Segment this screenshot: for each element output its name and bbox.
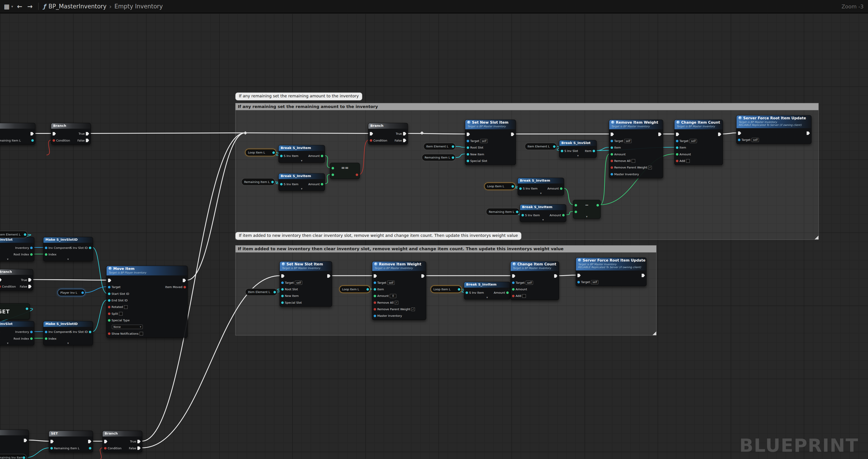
player-inv-l-output-pin[interactable] — [81, 291, 84, 294]
expand-chevron-icon[interactable]: ▾ — [0, 257, 34, 261]
checkbox[interactable] — [686, 159, 690, 162]
break-invslot-c[interactable]: Break S_InvSlotS Inv SlotItem▾ — [559, 140, 597, 158]
exec-pin[interactable] — [108, 278, 112, 282]
int-pin[interactable] — [332, 174, 334, 176]
pill-remaining-item-3[interactable]: Remaining Item L — [486, 208, 520, 215]
exec-pin[interactable] — [53, 132, 56, 135]
expand-chevron-icon[interactable]: ▾ — [520, 218, 566, 222]
expand-chevron-icon[interactable]: ▾ — [279, 187, 325, 191]
bool-pin[interactable] — [356, 174, 358, 176]
target-pin[interactable] — [467, 140, 469, 142]
struct-pin[interactable] — [89, 447, 91, 449]
set-remaining-top[interactable]: SETRemaining Item L — [0, 123, 35, 145]
break-invitem-3[interactable]: Break S_InvItemS Inv ItemAmount▾ — [518, 178, 564, 195]
checkbox[interactable] — [522, 294, 526, 298]
get-node[interactable]: GET — [0, 303, 30, 319]
add-pin[interactable] — [676, 160, 678, 162]
false-pin[interactable] — [86, 139, 89, 142]
pill-item-element-3[interactable]: Item Element L — [245, 288, 277, 296]
value-box[interactable]: self — [752, 138, 759, 142]
partial-node[interactable] — [0, 430, 29, 458]
checkbox[interactable] — [140, 332, 143, 335]
int-pin[interactable] — [575, 204, 577, 206]
expand-chevron-icon[interactable]: ▾ — [559, 154, 596, 158]
forward-button[interactable]: → — [26, 3, 34, 10]
master-inventory-pin[interactable] — [611, 173, 613, 175]
target-pin[interactable] — [374, 281, 376, 284]
rotated-pin[interactable] — [108, 306, 111, 308]
amount-pin[interactable] — [506, 291, 508, 294]
expand-chevron-icon[interactable]: ▾ — [518, 191, 564, 195]
struct-pin[interactable] — [26, 307, 28, 310]
item-pin[interactable] — [676, 146, 678, 149]
pill-remaining-inv-item[interactable]: Remaining Inv Item — [0, 454, 27, 459]
exec-pin[interactable] — [370, 132, 373, 135]
true-pin[interactable] — [28, 278, 32, 282]
target-pin[interactable] — [512, 281, 515, 284]
inventory-pin[interactable] — [30, 331, 33, 333]
pill-player-inv[interactable]: Player Inv L — [58, 289, 85, 296]
struct-pin[interactable] — [31, 139, 34, 142]
remaining-inv-item-output-pin[interactable] — [23, 456, 25, 459]
exec-pin[interactable] — [0, 278, 2, 282]
exec-pin[interactable] — [30, 132, 34, 135]
exec-pin[interactable] — [807, 131, 810, 135]
expand-chevron-icon[interactable]: ▾ — [279, 159, 325, 162]
value-box[interactable]: self — [526, 281, 533, 285]
checkbox[interactable]: ✓ — [411, 307, 415, 311]
exec-pin[interactable] — [718, 132, 721, 136]
condition-pin[interactable] — [53, 139, 55, 142]
s-inv-item-pin[interactable] — [519, 187, 522, 190]
expand-chevron-icon[interactable]: ▾ — [43, 257, 93, 261]
special-slot-pin[interactable] — [281, 301, 284, 304]
new-item-pin[interactable] — [281, 295, 284, 297]
branch-left[interactable]: BranchTrueConditionFalse — [0, 269, 33, 290]
graph-canvas[interactable]: BLUEPRINT If any remaining set the remai… — [0, 0, 868, 459]
loop-item-l-output-pin[interactable] — [512, 185, 514, 187]
break-invitem-2[interactable]: Break S_InvItemS Inv ItemAmount▾ — [279, 173, 325, 191]
exec-pin[interactable] — [374, 274, 377, 278]
exec-pin[interactable] — [554, 274, 558, 278]
checkbox[interactable] — [119, 312, 123, 315]
target-pin[interactable] — [676, 140, 678, 142]
s-inv-item-pin[interactable] — [280, 155, 283, 157]
s-inv-item-pin[interactable] — [522, 214, 524, 216]
make-invslotid-a[interactable]: Make S_InvSlotIDInv ComponentS Inv Slot … — [43, 237, 93, 261]
pill-remaining-item-1[interactable]: Remaining Item L — [241, 178, 275, 185]
checkbox[interactable]: ✓ — [395, 301, 398, 304]
value-box[interactable]: 0 — [390, 294, 396, 298]
item-element-l-output-pin[interactable] — [553, 145, 556, 148]
server-force-top[interactable]: Server Force Root Item UpdateTarget is B… — [736, 115, 811, 144]
break-invslot-a[interactable]: Break S_InvSlotS Inv SlotInventoryRoot I… — [0, 237, 34, 261]
int-pin[interactable] — [575, 211, 577, 213]
false-pin[interactable] — [403, 139, 406, 142]
exec-pin[interactable] — [50, 440, 54, 443]
amount-pin[interactable] — [321, 155, 323, 157]
index-pin[interactable] — [45, 253, 47, 256]
amount-pin[interactable] — [512, 288, 515, 290]
amount-pin[interactable] — [676, 153, 678, 155]
s-inv-slot-id-pin[interactable] — [89, 331, 91, 333]
end-slot-id-pin[interactable] — [108, 299, 111, 302]
item-element-l-output-pin[interactable] — [24, 233, 26, 236]
item-element-l-output-pin[interactable] — [274, 291, 276, 293]
set-remaining-bottom[interactable]: SETRemaining Item L — [49, 431, 93, 452]
make-invslotid-b[interactable]: Make S_InvSlotIDInv ComponentS Inv Slot … — [43, 321, 93, 345]
move-item[interactable]: Move ItemTarget is BP Player InventoryTa… — [106, 266, 187, 338]
amount-pin[interactable] — [562, 214, 564, 216]
pill-item-element-2[interactable]: Item Element L — [525, 143, 557, 150]
break-invitem-5[interactable]: Break S_InvItemS Inv ItemAmount▾ — [464, 282, 510, 299]
condition-pin[interactable] — [370, 139, 372, 142]
break-invitem-4[interactable]: Break S_InvItemS Inv ItemAmount▾ — [520, 204, 566, 222]
inventory-pin[interactable] — [30, 246, 33, 249]
item-pin[interactable] — [611, 146, 613, 149]
exec-pin[interactable] — [578, 274, 581, 277]
exec-pin[interactable] — [642, 274, 645, 277]
amount-pin[interactable] — [321, 183, 323, 185]
new-item-pin[interactable] — [467, 153, 469, 155]
master-inventory-pin[interactable] — [374, 314, 376, 317]
special-slot-pin[interactable] — [467, 160, 469, 162]
value-box[interactable]: self — [689, 139, 697, 143]
reroute-node[interactable] — [420, 131, 424, 135]
pill-item-element-0[interactable]: Item Element L — [0, 231, 28, 238]
